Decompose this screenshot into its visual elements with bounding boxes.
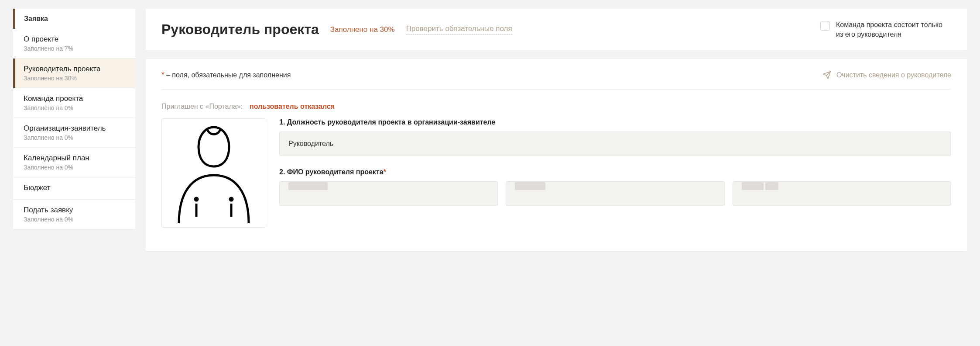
- field-fio-label-text: 2. ФИО руководителя проекта: [279, 168, 384, 176]
- fields-column: 1. Должность руководителя проекта в орга…: [279, 118, 951, 218]
- title-bar: Руководитель проекта Заполнено на 30% Пр…: [146, 9, 967, 50]
- sidebar-item-sub: Заполнено на 0%: [24, 164, 73, 171]
- sidebar-item-org[interactable]: Организация-заявитель Заполнено на 0%: [13, 118, 135, 148]
- sidebar-item-label: Календарный план: [24, 154, 125, 163]
- fio-row: [279, 181, 951, 206]
- invite-row: Приглашен с «Портала»: пользователь отка…: [161, 103, 951, 111]
- team-only-checkbox-wrap[interactable]: Команда проекта состоит только из его ру…: [820, 20, 951, 39]
- required-star-icon: *: [161, 70, 164, 80]
- team-checkbox-label: Команда проекта состоит только из его ру…: [836, 20, 951, 39]
- position-input[interactable]: [279, 131, 951, 156]
- fio-middlename-input[interactable]: [733, 181, 951, 206]
- sidebar-item-label: Организация-заявитель: [24, 124, 125, 133]
- person-icon: [166, 123, 262, 223]
- main: Руководитель проекта Заполнено на 30% Пр…: [146, 9, 967, 251]
- clear-icon: [822, 71, 831, 80]
- sidebar-item-budget[interactable]: Бюджет: [13, 177, 135, 200]
- clear-leader-label: Очистить сведения о руководителе: [836, 71, 951, 79]
- field-fio: 2. ФИО руководителя проекта*: [279, 168, 951, 206]
- sidebar-item-label: Руководитель проекта: [24, 65, 125, 73]
- fio-firstname-input[interactable]: [506, 181, 724, 206]
- form-body: 1. Должность руководителя проекта в орга…: [161, 118, 951, 228]
- page-title: Руководитель проекта: [161, 21, 319, 38]
- sidebar-item-calendar[interactable]: Календарный план Заполнено на 0%: [13, 148, 135, 177]
- form-card: * – поля, обязательные для заполнения Оч…: [146, 59, 967, 251]
- field-fio-label: 2. ФИО руководителя проекта*: [279, 168, 951, 176]
- sidebar-item-label: О проекте: [24, 35, 125, 44]
- svg-point-3: [230, 198, 233, 201]
- sidebar-header: Заявка: [13, 9, 135, 29]
- sidebar-item-submit[interactable]: Подать заявку Заполнено на 0%: [13, 200, 135, 229]
- sidebar-item-sub: Заполнено на 0%: [24, 104, 73, 111]
- fio-lastname-input[interactable]: [279, 181, 498, 206]
- required-hint-row: * – поля, обязательные для заполнения Оч…: [161, 70, 951, 90]
- sidebar: Заявка О проекте Заполнено на 7% Руковод…: [13, 9, 135, 251]
- required-hint-text: – поля, обязательные для заполнения: [166, 71, 291, 79]
- title-progress: Заполнено на 30%: [330, 25, 395, 34]
- svg-point-2: [195, 198, 198, 201]
- clear-leader-link[interactable]: Очистить сведения о руководителе: [822, 71, 951, 80]
- sidebar-item-sub: Заполнено на 30%: [24, 75, 77, 82]
- sidebar-item-sub: Заполнено на 7%: [24, 45, 73, 52]
- sidebar-item-about[interactable]: О проекте Заполнено на 7%: [13, 29, 135, 59]
- sidebar-item-leader[interactable]: Руководитель проекта Заполнено на 30%: [13, 59, 135, 88]
- invite-status: пользователь отказался: [250, 103, 335, 111]
- sidebar-list: О проекте Заполнено на 7% Руководитель п…: [13, 29, 135, 229]
- required-star-icon: *: [384, 168, 386, 176]
- sidebar-item-sub: Заполнено на 0%: [24, 216, 73, 223]
- avatar-placeholder[interactable]: [161, 118, 266, 228]
- check-required-link[interactable]: Проверить обязательные поля: [406, 24, 512, 35]
- invite-label: Приглашен с «Портала»:: [161, 103, 243, 111]
- sidebar-item-team[interactable]: Команда проекта Заполнено на 0%: [13, 88, 135, 118]
- checkbox-icon[interactable]: [820, 21, 830, 31]
- sidebar-item-label: Подать заявку: [24, 206, 125, 215]
- sidebar-item-label: Бюджет: [24, 183, 125, 192]
- field-position-label: 1. Должность руководителя проекта в орга…: [279, 118, 951, 126]
- field-position: 1. Должность руководителя проекта в орга…: [279, 118, 951, 156]
- sidebar-item-sub: Заполнено на 0%: [24, 134, 73, 141]
- sidebar-item-label: Команда проекта: [24, 94, 125, 103]
